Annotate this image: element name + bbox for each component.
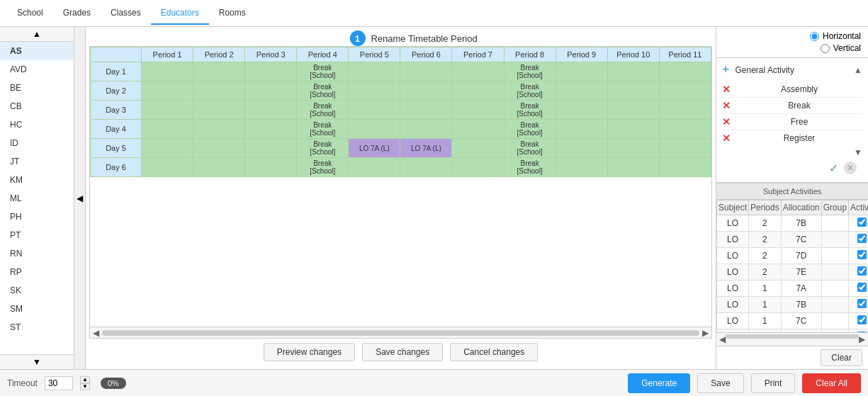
break-cell[interactable]: Break[School] [504,139,556,158]
clear-button[interactable]: Clear [821,349,862,366]
sa-active[interactable] [849,248,868,264]
sa-right-arrow[interactable]: ▶ [859,334,865,344]
active-checkbox[interactable] [857,299,867,308]
cell[interactable] [193,101,245,120]
horizontal-radio[interactable] [810,32,819,41]
break-cell[interactable]: Break[School] [504,120,556,139]
active-checkbox[interactable] [857,266,867,276]
cell[interactable] [349,101,400,120]
cell[interactable] [400,81,452,101]
cell[interactable] [659,139,711,158]
remove-register-icon[interactable]: ✕ [722,132,731,144]
sidebar-item-km[interactable]: KM [0,171,74,189]
cell[interactable] [607,120,659,139]
cell[interactable] [245,120,297,139]
sidebar-item-cb[interactable]: CB [0,97,74,115]
cell[interactable] [556,62,607,81]
remove-break-icon[interactable]: ✕ [722,100,731,111]
break-cell[interactable]: Break[School] [297,120,349,139]
cell[interactable] [452,120,504,139]
cell[interactable] [607,81,659,101]
cell[interactable] [193,62,245,81]
cell[interactable] [556,139,607,158]
save-button[interactable]: Save [697,373,743,393]
sidebar-item-sk[interactable]: SK [0,281,74,300]
break-cell[interactable]: Break[School] [297,101,349,120]
cell[interactable] [349,158,400,177]
vertical-radio[interactable] [821,44,830,53]
sa-active[interactable] [849,297,868,313]
sidebar-item-jt[interactable]: JT [0,152,74,171]
break-cell[interactable]: Break[School] [297,158,349,177]
sidebar-item-sm[interactable]: SM [0,300,74,318]
cell[interactable] [193,158,245,177]
sidebar-item-as[interactable]: AS [0,42,74,60]
timeout-input[interactable] [45,376,73,390]
add-activity-icon[interactable]: + [722,62,730,77]
sa-scroll-thumb[interactable] [726,334,859,339]
cancel-changes-button[interactable]: Cancel changes [450,343,538,361]
remove-assembly-icon[interactable]: ✕ [722,84,731,95]
cell[interactable] [607,158,659,177]
collapse-arrow[interactable]: ◀ [74,27,86,369]
timeout-down[interactable]: ▼ [80,383,90,390]
ga-scroll-up[interactable]: ▲ [854,65,862,75]
sidebar-item-avd[interactable]: AVD [0,60,74,79]
close-icon[interactable]: ✕ [844,162,857,174]
sa-table-wrapper[interactable]: Subject Periods Allocation Group Active … [716,200,868,332]
cell[interactable] [245,101,297,120]
cell[interactable] [142,101,193,120]
cell[interactable] [659,120,711,139]
sa-active[interactable] [849,313,868,329]
tab-classes[interactable]: Classes [101,2,151,25]
sa-active[interactable] [849,215,868,232]
purple-cell-2[interactable]: LO 7A (L) [400,139,452,158]
tab-educators[interactable]: Educators [151,2,209,25]
cell[interactable] [452,62,504,81]
cell[interactable] [556,101,607,120]
sa-left-arrow[interactable]: ◀ [719,334,726,344]
purple-cell-1[interactable]: LO 7A (L) [349,139,400,158]
h-scroll-right-icon[interactable]: ▶ [702,328,709,338]
active-checkbox[interactable] [857,283,867,292]
generate-button[interactable]: Generate [628,373,690,393]
h-scroll-left-icon[interactable]: ◀ [93,328,99,338]
cell[interactable] [400,158,452,177]
cell[interactable] [452,101,504,120]
cell[interactable] [556,81,607,101]
clear-all-button[interactable]: Clear All [802,373,861,393]
break-cell[interactable]: Break[School] [504,81,556,101]
confirm-icon[interactable]: ✓ [829,162,838,175]
sa-active[interactable] [849,232,868,248]
cell[interactable] [400,120,452,139]
timetable-scroll[interactable]: Period 1 Period 2 Period 3 Period 4 Peri… [90,47,711,327]
cell[interactable] [245,81,297,101]
h-scroll-thumb[interactable] [102,330,699,336]
timeout-up[interactable]: ▲ [80,376,90,383]
cell[interactable] [607,101,659,120]
save-changes-button[interactable]: Save changes [362,343,443,361]
cell[interactable] [556,158,607,177]
break-cell[interactable]: Break[School] [504,62,556,81]
cell[interactable] [452,81,504,101]
cell[interactable] [659,81,711,101]
active-checkbox[interactable] [857,234,867,243]
sidebar-item-ml[interactable]: ML [0,189,74,208]
cell[interactable] [142,139,193,158]
tab-school[interactable]: School [7,2,53,25]
cell[interactable] [245,139,297,158]
active-checkbox[interactable] [857,250,867,259]
break-cell[interactable]: Break[School] [297,62,349,81]
cell[interactable] [245,62,297,81]
tab-rooms[interactable]: Rooms [209,2,256,25]
cell[interactable] [142,81,193,101]
cell[interactable] [556,120,607,139]
break-cell[interactable]: Break[School] [504,158,556,177]
cell[interactable] [400,101,452,120]
print-button[interactable]: Print [751,373,796,393]
cell[interactable] [142,120,193,139]
sidebar-item-rn[interactable]: RN [0,244,74,263]
break-cell[interactable]: Break[School] [297,139,349,158]
sidebar-item-id[interactable]: ID [0,134,74,152]
sidebar-item-st[interactable]: ST [0,318,74,336]
